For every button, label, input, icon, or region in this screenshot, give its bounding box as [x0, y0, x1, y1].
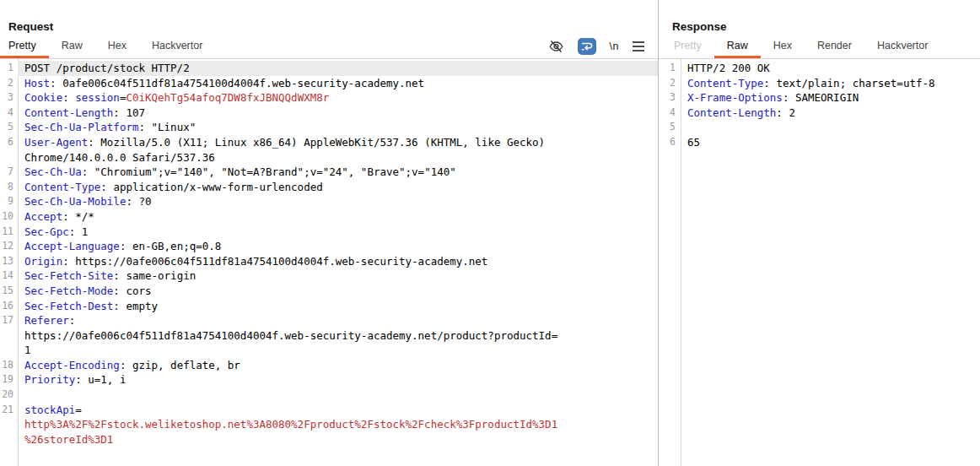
code-line[interactable]: Chrome/140.0.0.0 Safari/537.36	[0, 150, 658, 165]
line-number: 11	[0, 225, 18, 240]
tab-render[interactable]: Render	[805, 35, 864, 58]
line-number: 19	[0, 372, 18, 387]
line-number: 17	[0, 313, 18, 328]
code-line[interactable]: 18Accept-Encoding: gzip, deflate, br	[0, 358, 658, 373]
response-tab-bar: PrettyRawHexRenderHackvertor	[659, 35, 980, 59]
request-code-lines: 1POST /product/stock HTTP/22Host: 0afe00…	[0, 61, 658, 447]
code-line[interactable]: 13Origin: https://0afe006c04f511df81a475…	[0, 254, 658, 269]
line-number: 5	[0, 120, 18, 135]
code-line[interactable]: 12Accept-Language: en-GB,en;q=0.8	[0, 239, 658, 254]
response-editor[interactable]: 1HTTP/2 200 OK2Content-Type: text/plain;…	[659, 59, 980, 466]
newline-toggle-icon[interactable]: \n	[610, 41, 619, 52]
line-number: 12	[0, 239, 18, 254]
code-line[interactable]: 6User-Agent: Mozilla/5.0 (X11; Linux x86…	[0, 135, 658, 150]
tab-pretty[interactable]: Pretty	[0, 35, 49, 58]
line-number	[0, 343, 18, 358]
line-text: stockApi=	[18, 403, 658, 418]
line-text: Content-Type: application/x-www-form-url…	[18, 180, 658, 195]
line-text: Sec-Fetch-Mode: cors	[18, 284, 658, 299]
code-line[interactable]: 19Priority: u=1, i	[0, 372, 658, 387]
line-number: 14	[0, 268, 18, 284]
message-editor: Request PrettyRawHexHackvertor	[0, 0, 980, 466]
code-line[interactable]: 16Sec-Fetch-Dest: empty	[0, 299, 658, 314]
request-panel: Request PrettyRawHexHackvertor	[0, 0, 658, 466]
code-line[interactable]: 14Sec-Fetch-Site: same-origin	[0, 268, 658, 284]
line-text: %26storeId%3D1	[18, 432, 658, 447]
line-text: Chrome/140.0.0.0 Safari/537.36	[18, 150, 658, 165]
line-text	[18, 387, 658, 403]
line-number	[0, 432, 18, 447]
code-line[interactable]: 5	[659, 120, 980, 135]
code-line[interactable]: %26storeId%3D1	[0, 432, 658, 447]
line-text: Sec-Ch-Ua-Platform: "Linux"	[18, 120, 658, 135]
code-line[interactable]: 2Content-Type: text/plain; charset=utf-8	[659, 76, 980, 91]
line-text: Content-Length: 107	[18, 106, 658, 121]
line-number: 9	[0, 194, 18, 209]
tab-hex[interactable]: Hex	[761, 35, 805, 58]
line-number: 6	[659, 135, 681, 150]
line-number	[0, 417, 18, 432]
line-text: Sec-Fetch-Dest: empty	[18, 299, 658, 314]
line-number: 7	[0, 165, 18, 180]
line-number: 10	[0, 209, 18, 225]
line-number: 15	[0, 284, 18, 299]
request-panel-title: Request	[0, 0, 658, 34]
code-line[interactable]: 2Host: 0afe006c04f511df81a4754100d4004f.…	[0, 76, 658, 91]
line-number: 2	[0, 76, 18, 91]
code-line[interactable]: 1	[0, 343, 658, 358]
line-text: Sec-Ch-Ua: "Chromium";v="140", "Not=A?Br…	[18, 165, 658, 180]
code-line[interactable]: 3X-Frame-Options: SAMEORIGIN	[659, 90, 980, 106]
line-text	[681, 120, 980, 135]
line-number: 13	[0, 254, 18, 269]
code-line[interactable]: 10Accept: */*	[0, 209, 658, 225]
code-line[interactable]: 8Content-Type: application/x-www-form-ur…	[0, 180, 658, 195]
tab-raw[interactable]: Raw	[49, 35, 95, 58]
line-number: 4	[0, 106, 18, 121]
line-number: 5	[659, 120, 681, 135]
line-text: Sec-Ch-Ua-Mobile: ?0	[18, 194, 658, 209]
line-text: Sec-Gpc: 1	[18, 225, 658, 240]
line-text: Accept: */*	[18, 209, 658, 225]
line-number: 21	[0, 403, 18, 418]
response-panel: Response PrettyRawHexRenderHackvertor 1H…	[659, 0, 980, 466]
code-line[interactable]: 1POST /product/stock HTTP/2	[0, 61, 658, 76]
tab-hex[interactable]: Hex	[95, 35, 139, 58]
line-text: User-Agent: Mozilla/5.0 (X11; Linux x86_…	[18, 135, 658, 150]
code-line[interactable]: 20	[0, 387, 658, 403]
code-line[interactable]: 665	[659, 135, 980, 150]
code-line[interactable]: http%3A%2F%2Fstock.weliketoshop.net%3A80…	[0, 417, 658, 432]
soft-wrap-icon[interactable]	[578, 38, 596, 55]
line-number: 16	[0, 299, 18, 314]
request-tabs: PrettyRawHexHackvertor	[0, 35, 215, 58]
line-number	[0, 328, 18, 344]
code-line[interactable]: 9Sec-Ch-Ua-Mobile: ?0	[0, 194, 658, 209]
line-text: http%3A%2F%2Fstock.weliketoshop.net%3A80…	[18, 417, 658, 432]
code-line[interactable]: 21stockApi=	[0, 403, 658, 418]
tab-hackvertor[interactable]: Hackvertor	[864, 35, 940, 58]
code-line[interactable]: 4Content-Length: 107	[0, 106, 658, 121]
line-number: 3	[0, 90, 18, 106]
code-line[interactable]: https://0afe006c04f511df81a4754100d4004f…	[0, 328, 658, 344]
code-line[interactable]: 4Content-Length: 2	[659, 106, 980, 121]
request-editor[interactable]: 1POST /product/stock HTTP/22Host: 0afe00…	[0, 59, 658, 466]
code-line[interactable]: 11Sec-Gpc: 1	[0, 225, 658, 240]
tab-raw[interactable]: Raw	[714, 35, 761, 58]
response-code-lines: 1HTTP/2 200 OK2Content-Type: text/plain;…	[659, 61, 980, 150]
visibility-off-icon[interactable]	[548, 40, 564, 53]
line-number	[0, 150, 18, 165]
line-text: POST /product/stock HTTP/2	[18, 61, 658, 76]
code-line[interactable]: 17Referer:	[0, 313, 658, 328]
code-line[interactable]: 15Sec-Fetch-Mode: cors	[0, 284, 658, 299]
code-line[interactable]: 3Cookie: session=C0iKQehTg54afoq7DW8fxJB…	[0, 90, 658, 106]
line-text: https://0afe006c04f511df81a4754100d4004f…	[18, 328, 658, 344]
line-number: 8	[0, 180, 18, 195]
code-line[interactable]: 1HTTP/2 200 OK	[659, 61, 980, 76]
code-line[interactable]: 7Sec-Ch-Ua: "Chromium";v="140", "Not=A?B…	[0, 165, 658, 180]
hamburger-menu-icon[interactable]	[633, 41, 644, 51]
line-text: Origin: https://0afe006c04f511df81a47541…	[18, 254, 658, 269]
line-text: HTTP/2 200 OK	[681, 61, 980, 76]
line-number: 6	[0, 135, 18, 150]
tab-hackvertor[interactable]: Hackvertor	[139, 35, 215, 58]
code-line[interactable]: 5Sec-Ch-Ua-Platform: "Linux"	[0, 120, 658, 135]
line-text: 1	[18, 343, 658, 358]
